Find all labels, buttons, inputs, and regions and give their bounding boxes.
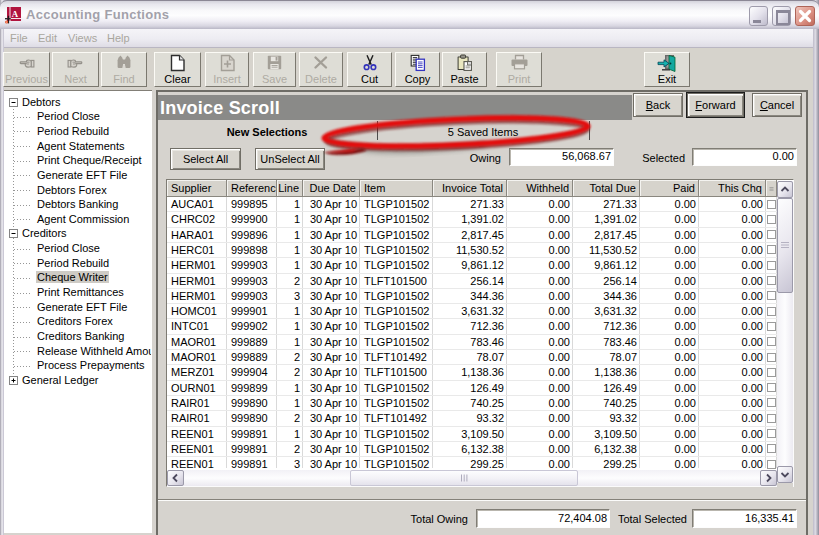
svg-text:A: A	[12, 9, 19, 19]
